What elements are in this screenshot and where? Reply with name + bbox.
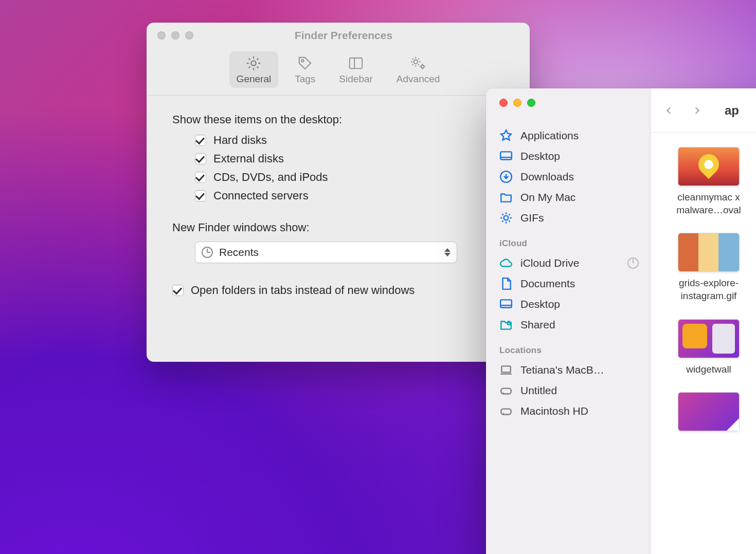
- sidebar-item-label: Applications: [520, 130, 579, 142]
- sidebar-item-label: Desktop: [520, 298, 560, 310]
- file-thumbnail: [678, 392, 740, 431]
- sidebar-item-documents[interactable]: Documents: [486, 273, 650, 294]
- minimize-button[interactable]: [513, 99, 521, 107]
- svg-rect-13: [501, 366, 510, 372]
- tab-label: Tags: [295, 73, 315, 85]
- svg-point-0: [251, 61, 256, 65]
- sidebar-item-icloud-drive[interactable]: iCloud Drive: [486, 253, 650, 273]
- clock-icon: [202, 247, 213, 258]
- forward-button[interactable]: [691, 104, 703, 117]
- sidebar-item-gifs[interactable]: GIFs: [486, 208, 650, 228]
- close-button[interactable]: [157, 31, 166, 40]
- checkbox-label: Connected servers: [213, 189, 309, 202]
- loading-icon: [627, 257, 639, 269]
- sidebar-item-label: Shared: [520, 319, 555, 331]
- sidebar-item-macbook[interactable]: Tetiana's MacB…: [486, 360, 650, 380]
- desktop-icon: [499, 298, 513, 310]
- svg-rect-14: [501, 389, 511, 394]
- file-item[interactable]: [660, 392, 756, 436]
- gear-icon: [245, 56, 262, 71]
- svg-point-5: [421, 65, 424, 68]
- svg-rect-2: [350, 58, 362, 69]
- prefs-body: Show these items on the desktop: Hard di…: [147, 96, 530, 323]
- file-grid: cleanmymac x malware…oval grids-explore-…: [651, 133, 756, 451]
- svg-rect-6: [500, 152, 512, 159]
- sidebar-item-label: Desktop: [520, 150, 560, 162]
- svg-point-17: [503, 413, 504, 414]
- svg-rect-16: [501, 409, 511, 415]
- sidebar-item-label: GIFs: [520, 212, 544, 224]
- checkbox[interactable]: [195, 172, 206, 183]
- prefs-tabbar: General Tags Sidebar Advanced: [147, 48, 530, 96]
- applications-icon: [499, 130, 513, 142]
- sidebar-icon: [347, 56, 365, 71]
- file-thumbnail: [678, 319, 740, 358]
- download-icon: [499, 171, 513, 183]
- sidebar-item-label: On My Mac: [520, 191, 575, 204]
- svg-point-9: [504, 216, 509, 220]
- checkbox-row-external-disks[interactable]: External disks: [195, 152, 509, 165]
- tab-advanced[interactable]: Advanced: [389, 51, 447, 88]
- sidebar-section-locations: Locations: [499, 345, 650, 356]
- chevron-updown-icon: [444, 248, 451, 256]
- sidebar-item-label: Macintosh HD: [520, 405, 588, 417]
- checkbox-label: External disks: [213, 152, 284, 165]
- checkbox-row-connected-servers[interactable]: Connected servers: [195, 189, 509, 202]
- checkbox[interactable]: [195, 190, 206, 201]
- gears-icon: [409, 56, 427, 71]
- select-value: Recents: [219, 246, 438, 258]
- sidebar-section-icloud: iCloud: [499, 238, 650, 249]
- zoom-button[interactable]: [185, 31, 193, 40]
- sidebar-item-untitled[interactable]: Untitled: [486, 380, 650, 401]
- folder-icon: [499, 191, 513, 204]
- laptop-icon: [499, 364, 513, 376]
- checkbox-row-cds-dvds-ipods[interactable]: CDs, DVDs, and iPods: [195, 171, 509, 184]
- checkbox-label: CDs, DVDs, and iPods: [213, 171, 328, 184]
- minimize-button[interactable]: [171, 31, 179, 40]
- tab-tags[interactable]: Tags: [287, 51, 322, 88]
- file-name: cleanmymac x malware…oval: [660, 191, 756, 216]
- finder-preferences-window: Finder Preferences General Tags Sidebar …: [147, 23, 530, 362]
- tab-sidebar[interactable]: Sidebar: [332, 51, 380, 88]
- prefs-titlebar: Finder Preferences: [147, 23, 530, 48]
- sidebar-item-label: Untitled: [520, 384, 557, 397]
- finder-sidebar: Applications Desktop Downloads On My Mac…: [486, 88, 651, 554]
- sidebar-item-macintosh-hd[interactable]: Macintosh HD: [486, 401, 650, 421]
- finder-main: ap cleanmymac x malware…oval grids-explo…: [651, 88, 756, 554]
- checkbox-row-open-in-tabs[interactable]: Open folders in tabs instead of new wind…: [172, 284, 509, 297]
- checkbox-label: Open folders in tabs instead of new wind…: [191, 284, 415, 297]
- svg-rect-10: [500, 300, 512, 307]
- sidebar-item-applications[interactable]: Applications: [486, 125, 650, 146]
- sidebar-item-desktop-icloud[interactable]: Desktop: [486, 294, 650, 315]
- tab-label: Advanced: [397, 73, 440, 85]
- file-item[interactable]: grids-explore-instagram.gif: [660, 233, 756, 302]
- sidebar-item-label: Documents: [520, 278, 575, 290]
- checkbox[interactable]: [195, 153, 206, 164]
- back-button[interactable]: [663, 104, 675, 117]
- zoom-button[interactable]: [527, 99, 535, 107]
- checkbox[interactable]: [172, 285, 184, 296]
- sidebar-item-label: iCloud Drive: [520, 257, 579, 269]
- close-button[interactable]: [499, 99, 508, 107]
- tab-general[interactable]: General: [229, 51, 279, 88]
- file-item[interactable]: widgetwall: [660, 319, 756, 376]
- new-windows-select[interactable]: Recents: [195, 242, 457, 263]
- shared-folder-icon: [499, 319, 513, 331]
- sidebar-item-label: Downloads: [520, 171, 574, 183]
- file-item[interactable]: cleanmymac x malware…oval: [660, 147, 756, 216]
- disk-icon: [499, 384, 513, 397]
- path-title: ap: [725, 103, 739, 118]
- gear-icon: [499, 212, 513, 224]
- sidebar-item-shared[interactable]: Shared: [486, 315, 650, 335]
- sidebar-item-onmymac[interactable]: On My Mac: [486, 187, 650, 208]
- cloud-icon: [499, 257, 513, 269]
- checkbox-label: Hard disks: [213, 134, 267, 147]
- sidebar-item-desktop[interactable]: Desktop: [486, 146, 650, 167]
- desktop-icon: [499, 150, 513, 162]
- checkbox[interactable]: [195, 135, 206, 146]
- file-thumbnail: [678, 147, 740, 186]
- window-controls: [499, 99, 650, 107]
- checkbox-row-hard-disks[interactable]: Hard disks: [195, 134, 509, 147]
- file-name: grids-explore-instagram.gif: [660, 277, 756, 302]
- sidebar-item-downloads[interactable]: Downloads: [486, 167, 650, 187]
